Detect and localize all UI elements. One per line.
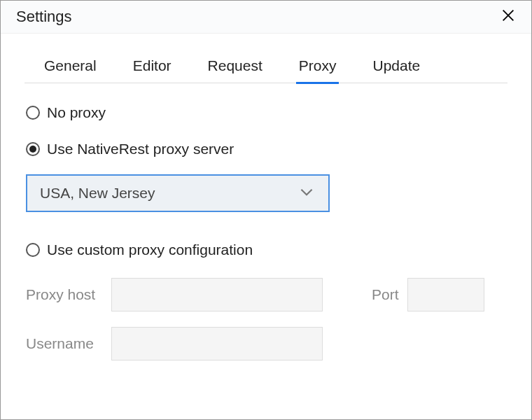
username-row: Username (26, 327, 506, 360)
radio-label: Use custom proxy configuration (47, 241, 253, 258)
radio-label: No proxy (47, 104, 106, 121)
tab-general[interactable]: General (41, 53, 99, 83)
settings-header: Settings (1, 1, 531, 34)
proxy-server-select[interactable]: USA, New Jersey (26, 174, 330, 212)
tab-bar: General Editor Request Proxy Update (24, 53, 507, 83)
username-input[interactable] (111, 327, 323, 360)
proxy-host-row: Proxy host Port (26, 278, 506, 312)
port-input[interactable] (407, 278, 484, 312)
radio-icon (26, 142, 40, 156)
radio-custom-proxy[interactable]: Use custom proxy configuration (26, 241, 506, 258)
tab-request[interactable]: Request (205, 53, 265, 83)
tab-editor[interactable]: Editor (130, 53, 174, 83)
radio-icon (26, 243, 40, 257)
settings-content: General Editor Request Proxy Update No p… (1, 34, 531, 360)
tab-update[interactable]: Update (370, 53, 423, 83)
page-title: Settings (16, 8, 72, 26)
proxy-host-input[interactable] (111, 278, 323, 312)
proxy-host-label: Proxy host (26, 286, 103, 303)
radio-no-proxy[interactable]: No proxy (26, 104, 506, 121)
proxy-section: No proxy Use NativeRest proxy server USA… (24, 83, 507, 360)
radio-icon (26, 106, 40, 120)
close-icon[interactable] (500, 8, 516, 26)
select-value: USA, New Jersey (40, 185, 155, 202)
radio-label: Use NativeRest proxy server (47, 141, 234, 158)
tab-proxy[interactable]: Proxy (296, 53, 340, 83)
chevron-down-icon (298, 183, 316, 204)
port-label: Port (372, 286, 399, 303)
radio-nativerest-proxy[interactable]: Use NativeRest proxy server (26, 141, 506, 158)
username-label: Username (26, 335, 103, 352)
